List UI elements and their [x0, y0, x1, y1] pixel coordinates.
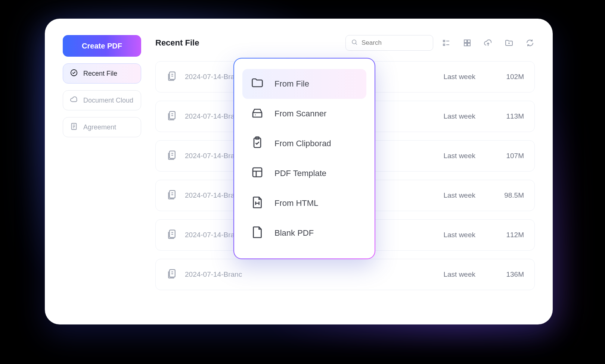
file-size: 102M — [483, 73, 524, 81]
new-folder-icon[interactable] — [504, 38, 514, 48]
cloud-icon — [70, 95, 78, 106]
menu-item-blank-pdf[interactable]: Blank PDF — [242, 218, 366, 248]
file-date: Last week — [423, 191, 475, 200]
svg-rect-10 — [170, 111, 175, 119]
search-input[interactable] — [362, 39, 428, 47]
menu-item-label: PDF Template — [274, 169, 326, 178]
create-pdf-menu: From File From Scanner From Clipborad PD… — [233, 58, 375, 259]
file-date: Last week — [423, 270, 475, 279]
toolbar-icons — [441, 38, 535, 48]
sidebar-item-agreement[interactable]: Agreement — [63, 117, 141, 137]
menu-item-label: From Clipborad — [274, 139, 331, 148]
clipboard-check-icon — [251, 136, 264, 151]
refresh-icon[interactable] — [525, 38, 535, 48]
file-size: 113M — [483, 112, 524, 120]
svg-rect-14 — [170, 269, 175, 277]
menu-item-from-scanner[interactable]: From Scanner — [242, 99, 366, 129]
sidebar-item-label: Agreement — [83, 123, 116, 131]
blank-file-icon — [251, 225, 264, 241]
svg-rect-6 — [468, 40, 470, 43]
html-file-icon — [251, 195, 264, 211]
menu-item-label: From Scanner — [274, 109, 326, 119]
file-date: Last week — [423, 152, 475, 160]
menu-item-from-clipboard[interactable]: From Clipborad — [242, 129, 366, 159]
file-size: 112M — [483, 231, 524, 239]
sidebar-item-document-cloud[interactable]: Document Cloud — [63, 90, 141, 110]
svg-rect-13 — [170, 230, 175, 237]
page-title: Recent File — [155, 38, 199, 48]
svg-rect-3 — [443, 40, 445, 42]
document-stack-icon — [166, 70, 177, 84]
file-size: 98.5M — [483, 191, 524, 200]
sidebar-item-recent-file[interactable]: Recent File — [63, 63, 141, 84]
svg-rect-11 — [170, 151, 175, 158]
document-icon — [70, 122, 78, 132]
menu-item-label: From HTML — [274, 198, 318, 208]
folder-icon — [251, 76, 264, 92]
file-size: 136M — [483, 270, 524, 279]
create-pdf-button[interactable]: Create PDF — [63, 35, 141, 57]
list-view-icon[interactable] — [441, 38, 451, 48]
svg-rect-9 — [170, 72, 175, 79]
file-name: 2024-07-14-Branc — [185, 270, 416, 279]
sidebar: Create PDF Recent File Document Cloud — [63, 35, 141, 308]
search-icon — [351, 39, 358, 47]
menu-item-from-html[interactable]: From HTML — [242, 188, 366, 218]
svg-rect-8 — [468, 43, 470, 46]
clock-check-icon — [70, 69, 78, 79]
grid-view-icon[interactable] — [462, 38, 472, 48]
file-row[interactable]: 2024-07-14-Branc Last week 136M — [155, 259, 535, 290]
svg-rect-5 — [464, 40, 467, 43]
file-date: Last week — [423, 73, 475, 81]
menu-item-pdf-template[interactable]: PDF Template — [242, 159, 366, 188]
sidebar-item-label: Document Cloud — [83, 97, 133, 104]
topbar: Recent File — [155, 35, 535, 51]
svg-rect-4 — [443, 44, 445, 46]
file-date: Last week — [423, 231, 475, 239]
scanner-icon — [251, 106, 264, 122]
document-stack-icon — [166, 229, 177, 242]
document-stack-icon — [166, 268, 177, 281]
file-date: Last week — [423, 112, 475, 120]
file-size: 107M — [483, 152, 524, 160]
template-icon — [251, 166, 264, 181]
menu-item-label: Blank PDF — [274, 228, 314, 238]
upload-cloud-icon[interactable] — [483, 38, 493, 48]
svg-rect-15 — [253, 113, 262, 117]
svg-rect-18 — [253, 168, 262, 177]
sidebar-item-label: Recent File — [83, 70, 117, 78]
search-box[interactable] — [345, 35, 433, 51]
document-stack-icon — [166, 189, 177, 202]
svg-point-2 — [352, 40, 356, 44]
svg-rect-7 — [464, 43, 467, 46]
document-stack-icon — [166, 150, 177, 163]
menu-item-label: From File — [274, 79, 309, 89]
svg-rect-12 — [170, 190, 175, 198]
document-stack-icon — [166, 110, 177, 123]
menu-item-from-file[interactable]: From File — [242, 69, 366, 99]
